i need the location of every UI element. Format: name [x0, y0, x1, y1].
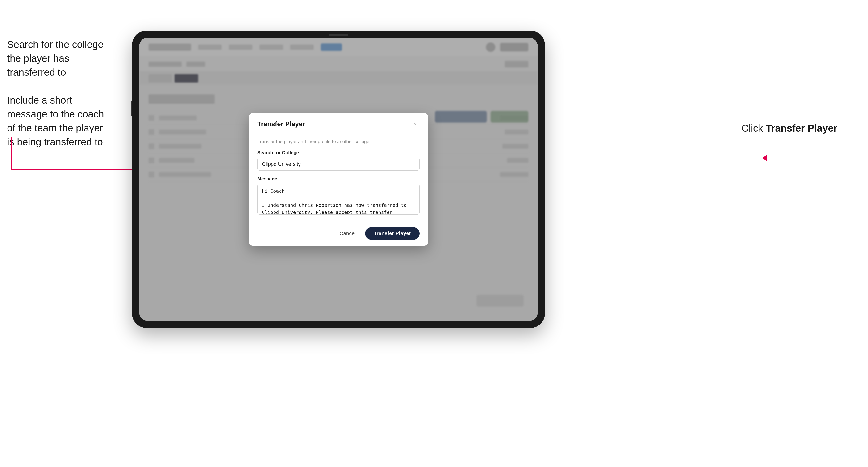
college-label: Search for College	[257, 150, 420, 155]
arrow-right-annotation	[750, 146, 868, 170]
college-search-input[interactable]	[257, 158, 420, 170]
svg-marker-4	[762, 155, 767, 161]
transfer-player-button[interactable]: Transfer Player	[365, 227, 420, 240]
message-label: Message	[257, 176, 420, 182]
modal-body: Transfer the player and their profile to…	[249, 133, 428, 222]
transfer-player-modal: Transfer Player × Transfer the player an…	[249, 113, 428, 246]
modal-close-button[interactable]: ×	[411, 120, 420, 128]
modal-description: Transfer the player and their profile to…	[257, 139, 420, 144]
tablet-screen: Transfer Player × Transfer the player an…	[139, 38, 538, 321]
annotation-right: Click Transfer Player	[742, 123, 837, 134]
cancel-button[interactable]: Cancel	[335, 228, 361, 239]
tablet-camera	[329, 34, 348, 36]
modal-footer: Cancel Transfer Player	[249, 222, 428, 246]
annotation-click-prefix: Click	[742, 123, 766, 134]
annotation-search-text: Search for the college the player has tr…	[7, 38, 108, 79]
tablet-frame: Transfer Player × Transfer the player an…	[132, 31, 545, 328]
modal-title: Transfer Player	[257, 120, 305, 128]
message-textarea[interactable]: Hi Coach, I understand Chris Robertson h…	[257, 184, 420, 215]
tablet-button	[131, 101, 132, 116]
modal-overlay: Transfer Player × Transfer the player an…	[139, 38, 538, 321]
annotation-transfer-player-text: Transfer Player	[766, 123, 837, 134]
modal-header: Transfer Player ×	[249, 113, 428, 133]
